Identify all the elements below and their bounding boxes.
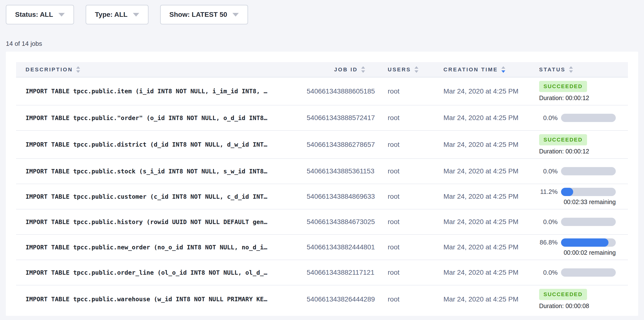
progress-bar (561, 268, 616, 277)
status-progress: 11.2% 00:02:33 remaining (539, 188, 616, 206)
status-progress: 0.0% (539, 218, 616, 226)
job-creation-time: Mar 24, 2020 at 4:25 PM (444, 295, 539, 303)
status-progress: 0.0% (539, 268, 616, 277)
status-succeeded: SUCCEEDED Duration: 00:00:12 (539, 81, 616, 102)
job-description-link[interactable]: IMPORT TABLE tpcc.public.item (i_id INT8… (16, 88, 307, 95)
show-filter-dropdown[interactable]: Show: LATEST 50 (160, 5, 248, 24)
sort-arrows (502, 66, 505, 73)
filter-toolbar: Status: ALL Type: ALL Show: LATEST 50 (0, 0, 644, 24)
job-row: IMPORT TABLE tpcc.public.history (rowid … (16, 209, 628, 234)
status-duration: Duration: 00:00:12 (539, 148, 589, 155)
progress-bar-line: 0.0% (539, 268, 616, 277)
status-progress: 0.0% (539, 114, 616, 122)
status-duration: Duration: 00:00:12 (539, 95, 589, 102)
job-status-cell: SUCCEEDED Duration: 00:00:12 (539, 81, 628, 102)
job-user: root (365, 167, 444, 175)
status-succeeded: SUCCEEDED Duration: 00:00:08 (539, 289, 616, 309)
progress-bar-fill (561, 188, 573, 196)
sort-desc-icon (361, 70, 365, 73)
job-user: root (365, 87, 444, 95)
job-status-cell: 0.0% (539, 218, 628, 226)
job-description-link[interactable]: IMPORT TABLE tpcc.public.warehouse (w_id… (16, 296, 307, 303)
progress-remaining: 00:02:33 remaining (539, 198, 616, 206)
job-id: 540661343884673025 (307, 218, 365, 226)
jobs-table-header: DESCRIPTION JOB ID USERS CREATION TIME S… (16, 62, 628, 78)
sort-desc-icon (414, 70, 418, 73)
status-filter-dropdown[interactable]: Status: ALL (6, 5, 74, 24)
progress-remaining: 00:00:02 remaining (539, 249, 616, 256)
job-id: 540661343886278657 (307, 141, 365, 149)
column-header[interactable]: CREATION TIME (444, 66, 539, 73)
column-header-label: USERS (388, 67, 411, 73)
job-status-cell: 0.0% (539, 268, 628, 277)
status-progress: 0.0% (539, 167, 616, 175)
job-user: root (365, 193, 444, 200)
job-id: 540661343884869633 (307, 193, 365, 200)
status-badge: SUCCEEDED (539, 81, 587, 92)
chevron-down-icon (232, 13, 239, 17)
sort-asc-icon (76, 66, 80, 69)
status-filter-label: Status: ALL (15, 11, 53, 19)
job-user: root (365, 295, 444, 303)
sort-desc-icon (502, 70, 505, 73)
job-description-link[interactable]: IMPORT TABLE tpcc.public.customer (c_id … (16, 193, 307, 200)
sort-arrows (76, 66, 80, 73)
progress-bar-line: 0.0% (539, 167, 616, 175)
progress-bar-line: 86.8% (539, 238, 616, 247)
job-creation-time: Mar 24, 2020 at 4:25 PM (444, 218, 539, 226)
job-creation-time: Mar 24, 2020 at 4:25 PM (444, 87, 539, 95)
job-row: IMPORT TABLE tpcc.public.new_order (no_o… (16, 234, 628, 260)
progress-bar-line: 0.0% (539, 218, 616, 226)
column-header-label: DESCRIPTION (26, 67, 73, 73)
job-description-link[interactable]: IMPORT TABLE tpcc.public.history (rowid … (16, 218, 307, 225)
job-id: 540661343826444289 (307, 295, 365, 303)
job-row: IMPORT TABLE tpcc.public.item (i_id INT8… (16, 78, 628, 105)
column-header-label: CREATION TIME (444, 67, 498, 73)
job-description-link[interactable]: IMPORT TABLE tpcc.public.district (d_id … (16, 141, 307, 148)
job-status-cell: SUCCEEDED Duration: 00:00:08 (539, 289, 628, 309)
progress-bar-fill (561, 238, 608, 247)
progress-percent: 0.0% (539, 114, 558, 122)
job-row: IMPORT TABLE tpcc.public.warehouse (w_id… (16, 285, 628, 313)
job-user: root (365, 243, 444, 251)
column-header[interactable]: JOB ID (307, 66, 365, 73)
sort-asc-icon (361, 66, 365, 69)
progress-bar (561, 218, 616, 226)
status-badge: SUCCEEDED (539, 134, 587, 145)
show-filter-label: Show: LATEST 50 (170, 11, 227, 19)
job-row: IMPORT TABLE tpcc.public.district (d_id … (16, 130, 628, 158)
sort-arrows (361, 66, 365, 73)
sort-desc-icon (76, 70, 80, 73)
job-user: root (365, 269, 444, 276)
progress-percent: 11.2% (539, 188, 558, 196)
column-header[interactable]: USERS (365, 66, 444, 73)
column-header[interactable]: DESCRIPTION (16, 66, 307, 73)
job-creation-time: Mar 24, 2020 at 4:25 PM (444, 167, 539, 175)
job-description-link[interactable]: IMPORT TABLE tpcc.public.new_order (no_o… (16, 244, 307, 251)
job-id: 540661343888572417 (307, 114, 365, 122)
progress-bar-line: 0.0% (539, 114, 616, 122)
progress-bar (561, 167, 616, 175)
job-description-link[interactable]: IMPORT TABLE tpcc.public.stock (s_i_id I… (16, 168, 307, 175)
job-row: IMPORT TABLE tpcc.public.customer (c_id … (16, 184, 628, 209)
column-header[interactable]: STATUS (539, 66, 628, 73)
job-status-cell: 0.0% (539, 114, 628, 122)
progress-percent: 0.0% (539, 218, 558, 226)
job-description-link[interactable]: IMPORT TABLE tpcc.public.order_line (ol_… (16, 269, 307, 276)
chevron-down-icon (58, 13, 65, 17)
job-creation-time: Mar 24, 2020 at 4:25 PM (444, 114, 539, 122)
job-status-cell: 0.0% (539, 167, 628, 175)
status-succeeded: SUCCEEDED Duration: 00:00:12 (539, 134, 616, 155)
job-id: 540661343888605185 (307, 87, 365, 95)
job-row: IMPORT TABLE tpcc.public."order" (o_id I… (16, 105, 628, 130)
progress-bar (561, 114, 616, 122)
job-id: 540661343882444801 (307, 243, 365, 251)
job-status-cell: SUCCEEDED Duration: 00:00:12 (539, 134, 628, 155)
sort-asc-icon (414, 66, 418, 69)
job-creation-time: Mar 24, 2020 at 4:25 PM (444, 141, 539, 149)
type-filter-dropdown[interactable]: Type: ALL (86, 5, 148, 24)
job-description-link[interactable]: IMPORT TABLE tpcc.public."order" (o_id I… (16, 114, 307, 122)
column-header-label: STATUS (539, 67, 566, 73)
job-id: 540661343885361153 (307, 167, 365, 175)
jobs-count-summary: 14 of 14 jobs (6, 40, 644, 48)
